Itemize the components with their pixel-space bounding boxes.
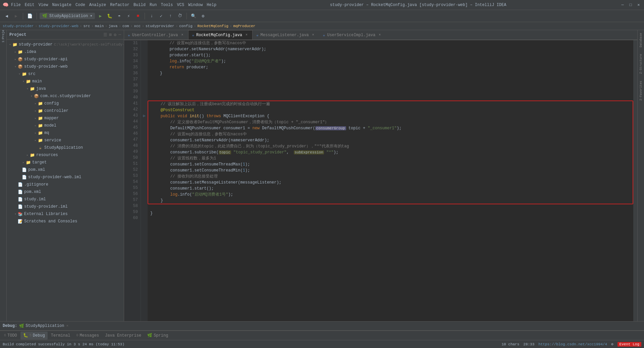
stop-button[interactable]: ■ — [134, 12, 142, 20]
breadcrumb-study-provider[interactable]: study-provider — [3, 24, 34, 28]
tree-gitignore[interactable]: 📄 .gitignore — [7, 181, 124, 188]
debug-close-button[interactable]: × — [66, 324, 68, 328]
forward-button[interactable]: ▶ — [12, 12, 20, 20]
bottom-tab-todo[interactable]: 6 TODO — [1, 332, 20, 340]
coverage-button[interactable]: ☂ — [115, 12, 123, 20]
run-config-selector[interactable]: 🌿 StudyApplication ▾ — [40, 13, 95, 19]
tree-mapper[interactable]: ▸ 📁 mapper — [7, 115, 124, 122]
tree-target[interactable]: ▸ 📁 target — [7, 159, 124, 166]
menu-view[interactable]: View — [39, 3, 48, 7]
run-button[interactable]: ▶ — [96, 12, 104, 20]
bottom-tab-messages[interactable]: 0 Messages — [73, 332, 102, 340]
tab-close-1[interactable]: × — [180, 33, 184, 38]
gear-icon[interactable]: ⚙ — [611, 342, 613, 346]
tree-root[interactable]: ▾ 📁 study-provider C:\sckj\work\project-… — [7, 41, 124, 48]
maximize-button[interactable]: □ — [628, 2, 633, 8]
tab-close-3[interactable]: × — [311, 33, 316, 38]
tree-src[interactable]: ▾ 📁 src — [7, 70, 124, 78]
tree-pom-root[interactable]: 📄 pom.xml — [7, 188, 124, 196]
breadcrumb-main[interactable]: main — [95, 24, 104, 28]
menu-help[interactable]: Help — [207, 3, 216, 7]
tree-model[interactable]: ▸ 📁 model — [7, 122, 124, 129]
menu-file[interactable]: File — [11, 3, 21, 7]
editor-scrollbar[interactable] — [633, 40, 637, 321]
right-tab-favorites[interactable]: 2-Favorites — [639, 79, 643, 102]
menu-analyze[interactable]: Analyze — [89, 3, 106, 7]
breadcrumb-com[interactable]: com — [122, 24, 129, 28]
tree-resources[interactable]: ▸ 📁 resources — [7, 151, 124, 159]
back-button[interactable]: ◀ — [3, 12, 11, 20]
breadcrumb-xcc[interactable]: xcc — [134, 24, 141, 28]
event-log[interactable]: Event Log — [618, 342, 641, 347]
menu-build[interactable]: Build — [133, 3, 146, 7]
tree-iml-web[interactable]: 📄 study-provider-web.iml — [7, 173, 124, 181]
right-tab-database[interactable]: Database — [639, 31, 643, 49]
breadcrumb-class[interactable]: RocketMqConfig — [197, 24, 228, 28]
tree-java[interactable]: ▾ 📁 java — [7, 85, 124, 92]
bottom-tab-debug[interactable]: 🐛 5 Debug — [20, 332, 48, 340]
main-area: 1:Project Project ☰ ⊞ ⚙ ─ ▾ 📁 study-prov… — [0, 30, 644, 321]
tree-api[interactable]: ▸ 📦 study-provider-api — [7, 56, 124, 63]
status-url[interactable]: https://blog.csdn.net/xcc1994/4 — [538, 342, 607, 346]
bottom-tab-java-enterprise[interactable]: Java Enterprise — [102, 332, 144, 340]
menu-edit[interactable]: Edit — [25, 3, 35, 7]
tree-studyapp[interactable]: ☕ StudyApplication — [7, 144, 124, 151]
tree-provider-iml[interactable]: 📄 study-provider.iml — [7, 203, 124, 210]
tab-user-controller[interactable]: ☕ UserController.java × — [124, 30, 188, 40]
git-history-button[interactable]: ⏱ — [176, 12, 184, 20]
breadcrumb-web[interactable]: study-provider-web — [39, 24, 78, 28]
panel-close-icon[interactable]: ─ — [118, 32, 121, 38]
settings-button[interactable]: ⚙ — [199, 12, 207, 20]
profile-button[interactable]: ⚡ — [124, 12, 132, 20]
debug-button[interactable]: 🐛 — [106, 12, 114, 20]
tree-controller[interactable]: ▸ 📁 controller — [7, 107, 124, 115]
menu-tools[interactable]: Tools — [161, 3, 173, 7]
close-button[interactable]: ✕ — [636, 2, 641, 8]
tree-config[interactable]: ▸ 📁 config — [7, 100, 124, 107]
tab-message-listener[interactable]: ☕ MessageListener.java × — [253, 30, 319, 40]
tree-main[interactable]: ▾ 📁 main — [7, 78, 124, 85]
run-config-dropdown[interactable]: ▾ — [90, 13, 92, 18]
tree-idea[interactable]: ▸ 📁 .idea — [7, 48, 124, 56]
code-area[interactable]: // 设置mq的连接信息，参数写在nacos中 producer.setName… — [148, 40, 633, 321]
git-commit-button[interactable]: ✓ — [157, 12, 165, 20]
tree-package[interactable]: ▾ 📦 com.xcc.studyprovider — [7, 92, 124, 100]
tab-rocketmq-config[interactable]: ☕ RocketMqConfig.java × — [188, 30, 252, 40]
tree-study-iml[interactable]: 📄 study.iml — [7, 196, 124, 203]
search-everywhere-button[interactable]: 🔍 — [190, 12, 198, 20]
breadcrumb-java[interactable]: java — [109, 24, 117, 28]
menu-navigate[interactable]: Navigate — [52, 3, 71, 7]
recent-files-button[interactable]: 📄 — [26, 12, 34, 20]
tree-web[interactable]: ▾ 📦 study-provider-web — [7, 63, 124, 70]
gutter-43[interactable]: ▷ — [141, 113, 148, 119]
tab-user-service-impl[interactable]: ☕ UserServiceImpl.java × — [319, 30, 386, 40]
panel-gear-icon[interactable]: ⚙ — [114, 32, 116, 38]
menu-run[interactable]: Run — [150, 3, 157, 7]
menu-refactor[interactable]: Refactor — [110, 3, 129, 7]
breadcrumb-method[interactable]: mqProducer — [233, 24, 255, 28]
breadcrumb-studyprovider[interactable]: studyprovider — [146, 24, 174, 28]
project-icon[interactable]: 1:Project — [0, 31, 6, 38]
tree-pom-web[interactable]: 📄 pom.xml — [7, 166, 124, 173]
menu-window[interactable]: Window — [188, 3, 203, 7]
bottom-tab-terminal[interactable]: Terminal — [48, 332, 73, 340]
git-push-button[interactable]: ↑ — [166, 12, 174, 20]
tree-mq[interactable]: ▸ 📁 mq — [7, 129, 124, 137]
tab-close-4[interactable]: × — [377, 33, 382, 38]
breadcrumb-src[interactable]: src — [83, 24, 90, 28]
menu-vcs[interactable]: VCS — [177, 3, 184, 7]
tree-service[interactable]: ▸ 📁 service — [7, 137, 124, 144]
right-tab-structure[interactable]: Z-Structure — [639, 53, 643, 75]
panel-layout-icon[interactable]: ⊞ — [109, 32, 112, 38]
project-tree[interactable]: ▾ 📁 study-provider C:\sckj\work\project-… — [7, 40, 124, 321]
panel-settings-icon[interactable]: ☰ — [103, 32, 107, 38]
code-editor[interactable]: 31 32 33 34 35 36 37 38 39 40 41 42 43 4… — [124, 40, 637, 321]
tree-ext-libs[interactable]: ▾ 📚 External Libraries — [7, 210, 124, 218]
minimize-button[interactable]: ─ — [620, 2, 625, 8]
tree-scratches[interactable]: 📝 Scratches and Consoles — [7, 218, 124, 225]
tab-close-2[interactable]: × — [244, 33, 249, 38]
breadcrumb-config[interactable]: config — [179, 24, 193, 28]
git-update-button[interactable]: ↓ — [148, 12, 156, 20]
bottom-tab-spring[interactable]: 🌿 Spring — [145, 332, 171, 340]
menu-code[interactable]: Code — [75, 3, 85, 7]
